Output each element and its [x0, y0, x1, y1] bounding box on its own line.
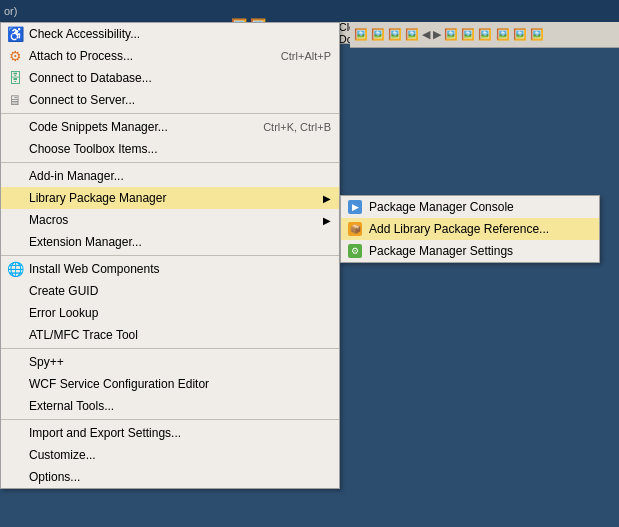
divider-4 — [1, 348, 339, 349]
menu-customize[interactable]: Customize... — [1, 444, 339, 466]
accessibility-icon: ♿ — [5, 24, 25, 44]
menu-atl-trace[interactable]: ATL/MFC Trace Tool — [1, 324, 339, 346]
menu-macros[interactable]: Macros ▶ — [1, 209, 339, 231]
divider-2 — [1, 162, 339, 163]
menu-import-export[interactable]: Import and Export Settings... — [1, 422, 339, 444]
menu-connect-database[interactable]: 🗄 Connect to Database... — [1, 67, 339, 89]
attach-icon: ⚙ — [5, 46, 25, 66]
database-icon: 🗄 — [5, 68, 25, 88]
server-icon: 🖥 — [5, 90, 25, 110]
menu-choose-toolbox[interactable]: Choose Toolbox Items... — [1, 138, 339, 160]
menu-external-tools[interactable]: External Tools... — [1, 395, 339, 417]
right-toolbar: 🖼️ 🖼️ 🖼️ 🖼️ ◀ ▶ 🖼️ 🖼️ 🖼️ 🖼️ 🖼️ 🖼️ — [350, 22, 619, 48]
menu-options[interactable]: Options... — [1, 466, 339, 488]
pkg-console-icon: ▶ — [345, 197, 365, 217]
divider-5 — [1, 419, 339, 420]
right-toolbar-icons: 🖼️ 🖼️ 🖼️ 🖼️ ◀ ▶ 🖼️ 🖼️ 🖼️ 🖼️ 🖼️ 🖼️ — [354, 28, 544, 41]
divider-3 — [1, 255, 339, 256]
menu-attach-process[interactable]: ⚙ Attach to Process... Ctrl+Alt+P — [1, 45, 339, 67]
title-text: or) — [4, 5, 17, 17]
menu-check-accessibility[interactable]: ♿ Check Accessibility... — [1, 23, 339, 45]
menu-install-web[interactable]: 🌐 Install Web Components — [1, 258, 339, 280]
menu-code-snippets[interactable]: Code Snippets Manager... Ctrl+K, Ctrl+B — [1, 116, 339, 138]
add-pkg-icon: 📦 — [345, 219, 365, 239]
pkg-settings-icon: ⚙ — [345, 241, 365, 261]
install-icon: 🌐 — [5, 259, 25, 279]
submenu-arrow: ▶ — [323, 193, 331, 204]
menu-error-lookup[interactable]: Error Lookup — [1, 302, 339, 324]
menu-extension-manager[interactable]: Extension Manager... — [1, 231, 339, 253]
menu-create-guid[interactable]: Create GUID — [1, 280, 339, 302]
tools-dropdown: ♿ Check Accessibility... ⚙ Attach to Pro… — [0, 22, 340, 489]
macros-submenu-arrow: ▶ — [323, 215, 331, 226]
menu-connect-server[interactable]: 🖥 Connect to Server... — [1, 89, 339, 111]
menu-library-pkg-manager[interactable]: Library Package Manager ▶ — [1, 187, 339, 209]
ide-content-area: 🖼️ 🖼️ 🖼️ 🖼️ ◀ ▶ 🖼️ 🖼️ 🖼️ 🖼️ 🖼️ 🖼️ — [350, 22, 619, 527]
submenu-pkg-settings[interactable]: ⚙ Package Manager Settings — [341, 240, 599, 262]
menu-addin-manager[interactable]: Add-in Manager... — [1, 165, 339, 187]
submenu-pkg-console[interactable]: ▶ Package Manager Console — [341, 196, 599, 218]
library-submenu: ▶ Package Manager Console 📦 Add Library … — [340, 195, 600, 263]
divider-1 — [1, 113, 339, 114]
menu-wcf-config[interactable]: WCF Service Configuration Editor — [1, 373, 339, 395]
submenu-add-library-pkg[interactable]: 📦 Add Library Package Reference... — [341, 218, 599, 240]
menu-spy[interactable]: Spy++ — [1, 351, 339, 373]
